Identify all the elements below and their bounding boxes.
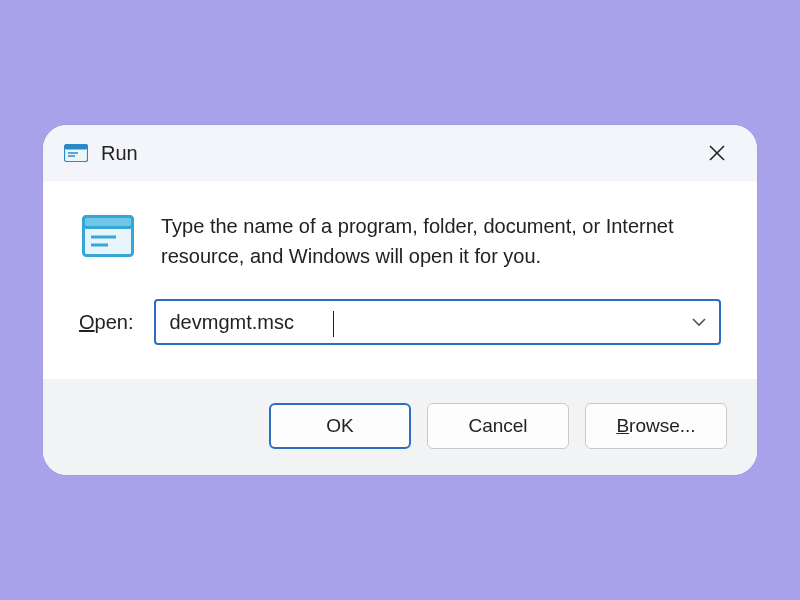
command-combobox[interactable] [154,299,722,345]
run-icon-large [79,211,137,257]
chevron-down-icon[interactable] [691,313,707,331]
run-dialog: Run Type the name of a program, folder, … [43,125,757,475]
run-icon [63,143,89,163]
cancel-button-label: Cancel [468,415,527,437]
browse-button-label: Browse... [616,415,695,437]
svg-rect-7 [84,217,133,228]
dialog-body: Type the name of a program, folder, docu… [43,181,757,345]
svg-rect-1 [65,145,88,150]
ok-button-label: OK [326,415,353,437]
text-cursor [333,311,334,337]
browse-button[interactable]: Browse... [585,403,727,449]
dialog-title: Run [101,142,138,165]
close-icon [708,144,726,162]
open-label: Open: [79,311,134,334]
titlebar: Run [43,125,757,181]
close-button[interactable] [699,135,735,171]
ok-button[interactable]: OK [269,403,411,449]
cancel-button[interactable]: Cancel [427,403,569,449]
command-input[interactable] [170,311,692,334]
description-text: Type the name of a program, folder, docu… [161,211,701,271]
dialog-footer: OK Cancel Browse... [43,379,757,475]
